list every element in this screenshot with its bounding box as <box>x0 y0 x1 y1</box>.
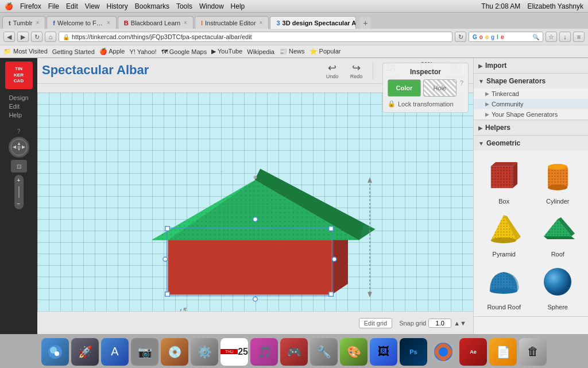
import-header[interactable]: ▶ Import <box>474 58 588 73</box>
helpers-header[interactable]: ▶ Helpers <box>474 120 588 135</box>
tab-tumblr[interactable]: t Tumblr × <box>2 16 45 29</box>
hole-button[interactable]: Hole <box>423 79 457 97</box>
bookmark-news[interactable]: 📰 News <box>279 48 305 55</box>
redo-button[interactable]: ↪ Redo <box>346 61 366 80</box>
svg-point-71 <box>55 351 59 356</box>
svg-point-54 <box>548 164 567 170</box>
your-generators-subitem[interactable]: ▶ Your Shape Generators <box>474 109 588 120</box>
shape-item-sphere[interactable]: Sphere <box>533 262 583 310</box>
shape-item-cylinder[interactable]: Cylinder <box>533 156 583 205</box>
tinkercad-subitem[interactable]: ▶ Tinkercad <box>474 89 588 99</box>
bookmark-star[interactable]: ☆ <box>546 32 557 42</box>
geometric-section: ▼ Geometric <box>474 136 588 317</box>
tabs-row: t Tumblr × f Welcome to Facebook – L... … <box>0 13 588 29</box>
dock-photoshop[interactable]: Ps <box>400 338 427 366</box>
svg-rect-30 <box>165 227 170 231</box>
edit-menu-app[interactable]: Edit <box>6 102 30 110</box>
help-menu-app[interactable]: Help <box>6 111 30 119</box>
zoom-control[interactable]: + − <box>14 175 24 209</box>
community-subitem[interactable]: ▶ Community <box>474 99 588 109</box>
tab-blackboard[interactable]: B Blackboard Learn × <box>118 16 194 29</box>
view-menu[interactable]: View <box>85 2 100 10</box>
dock-firefox[interactable] <box>430 338 457 366</box>
downloads[interactable]: ↓ <box>559 32 571 42</box>
import-triangle: ▶ <box>478 63 483 69</box>
dock-launchpad[interactable]: 🚀 <box>71 338 99 366</box>
svg-rect-19 <box>168 240 332 295</box>
grid-canvas[interactable]: ↺ ↑ <box>37 93 473 311</box>
svg-point-55 <box>548 185 567 190</box>
bookmarks-menu[interactable]: Bookmarks <box>135 2 169 10</box>
search-bar[interactable]: G o o g l e 🔍 <box>469 32 543 42</box>
dock-itunes[interactable]: 🎵 <box>250 338 278 366</box>
bookmark-youtube[interactable]: ▶ YouTube <box>211 48 242 55</box>
history-menu[interactable]: History <box>107 2 128 10</box>
dock-paint[interactable]: 🎨 <box>340 338 368 366</box>
dock-finder[interactable] <box>41 338 69 366</box>
forward-button[interactable]: ▶ <box>17 32 29 42</box>
shape-item-roof[interactable]: Roof <box>533 209 583 258</box>
menu-button[interactable]: ≡ <box>573 32 585 42</box>
undo-button[interactable]: ↩ Undo <box>322 61 342 80</box>
shape-generators-header[interactable]: ▼ Shape Generators <box>474 74 588 89</box>
tab-facebook[interactable]: f Welcome to Facebook – L... × <box>47 16 117 29</box>
lock-icon: 🔒 <box>388 100 396 108</box>
back-button[interactable]: ◀ <box>3 32 15 42</box>
dock-appstore[interactable]: A <box>101 338 129 366</box>
home-button[interactable]: ⌂ <box>45 32 56 42</box>
tools-menu[interactable]: Tools <box>176 2 192 10</box>
help-icon[interactable]: ? <box>17 128 21 135</box>
dock-game[interactable]: 🎮 <box>280 338 308 366</box>
bookmark-apple[interactable]: 🍎 Apple <box>99 48 125 55</box>
shape-item-roundroof[interactable]: Round Roof <box>479 262 529 310</box>
tinkercad-logo: TIN KER CAD <box>5 62 33 89</box>
dock-acrobat[interactable]: Ae <box>459 338 487 366</box>
bookmark-google-maps[interactable]: 🗺 Google Maps <box>161 48 207 55</box>
canvas-area[interactable]: ↩ Undo ↪ Redo <box>37 58 473 334</box>
dock-blue1[interactable]: 🖼 <box>370 338 397 366</box>
view-rotate-control[interactable]: ▲ ▼ ◀ ▶ <box>9 137 29 158</box>
svg-point-36 <box>163 257 168 262</box>
refresh-url-button[interactable]: ↻ <box>455 32 466 42</box>
shape-item-pyramid[interactable]: Pyramid <box>479 209 529 258</box>
bookmark-getting-started[interactable]: Getting Started <box>52 48 95 55</box>
help-menu[interactable]: Help <box>231 2 245 10</box>
roof-icon <box>538 209 577 248</box>
tab-instructable[interactable]: I Instructable Editor × <box>195 16 269 29</box>
design-menu[interactable]: Design <box>6 94 30 102</box>
bookmark-yahoo[interactable]: Y! Yahoo! <box>129 48 156 55</box>
edit-menu[interactable]: Edit <box>66 2 78 10</box>
svg-rect-31 <box>329 227 334 231</box>
edit-grid-button[interactable]: Edit grid <box>359 318 392 328</box>
dock-trash[interactable]: 🗑 <box>519 338 547 366</box>
snap-grid-input[interactable] <box>428 319 451 328</box>
app-name[interactable]: Firefox <box>20 2 41 10</box>
dock-dvd[interactable]: 💿 <box>161 338 188 366</box>
url-bar[interactable]: 🔒 https://tinkercad.com/things/jFQp3DTCf… <box>59 32 452 42</box>
svg-rect-53 <box>548 167 568 187</box>
svg-marker-47 <box>491 162 517 166</box>
app-area: TIN KER CAD Design Edit Help ? ▲ ▼ ◀ ▶ <box>0 58 588 334</box>
bookmark-most-visited[interactable]: 📁 Most Visited <box>3 48 48 55</box>
dock-settings[interactable]: ⚙️ <box>191 338 218 366</box>
snap-grid-label: Snap grid <box>399 320 426 327</box>
window-menu[interactable]: Window <box>199 2 224 10</box>
tab-tinkercad[interactable]: 3 3D design Spectacular Alb... × <box>270 16 356 29</box>
dock-camera[interactable]: 📷 <box>131 338 158 366</box>
apple-menu[interactable]: 🍎 <box>5 2 13 10</box>
home-view-button[interactable]: ⊡ <box>11 160 27 172</box>
new-tab-button[interactable]: + <box>359 17 371 29</box>
dock-tool[interactable]: 🔧 <box>310 338 338 366</box>
color-button[interactable]: Color <box>388 79 421 97</box>
dock-calendar[interactable]: THU 25 <box>220 338 248 366</box>
inspector-help-icon[interactable]: ? <box>460 79 463 97</box>
geometric-header[interactable]: ▼ Geometric <box>474 136 588 151</box>
file-menu[interactable]: File <box>48 2 59 10</box>
shape-item-box[interactable]: Box <box>479 156 529 205</box>
snap-stepper[interactable]: ▲▼ <box>454 320 466 327</box>
dock-pages[interactable]: 📄 <box>489 338 517 366</box>
bookmark-wikipedia[interactable]: Wikipedia <box>247 48 274 55</box>
reload-button[interactable]: ↻ <box>31 32 42 42</box>
clock: Thu 2:08 AM <box>481 2 520 10</box>
bookmark-popular[interactable]: ⭐ Popular <box>310 48 341 55</box>
